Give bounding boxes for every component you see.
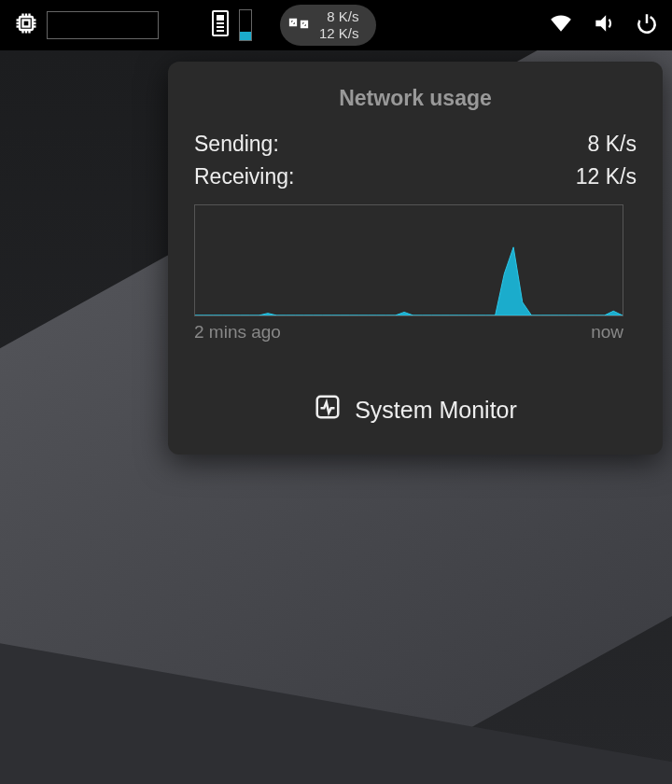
chart-time-labels: 2 mins ago now (194, 322, 623, 343)
network-usage-popup: Network usage Sending: 8 K/s Receiving: … (168, 62, 663, 455)
cpu-icon[interactable] (13, 10, 39, 40)
svg-rect-15 (217, 15, 224, 21)
receiving-value: 12 K/s (576, 164, 637, 189)
svg-rect-17 (217, 26, 224, 28)
memory-indicator[interactable] (209, 9, 252, 41)
cpu-usage-graph[interactable] (47, 11, 159, 39)
top-panel: 8 K/s 12 K/s (0, 0, 672, 50)
system-tray (549, 11, 659, 39)
power-icon[interactable] (635, 11, 659, 39)
net-recv-rate: 12 K/s (319, 25, 359, 42)
popup-title: Network usage (194, 86, 637, 111)
wifi-icon[interactable] (549, 11, 573, 39)
receiving-row: Receiving: 12 K/s (194, 164, 637, 189)
system-monitor-label: System Monitor (355, 397, 517, 424)
network-swap-icon (287, 12, 310, 38)
memory-bar (239, 9, 252, 41)
chart-time-start: 2 mins ago (194, 322, 281, 343)
network-chart (194, 204, 623, 316)
volume-icon[interactable] (592, 11, 616, 39)
svg-rect-1 (23, 21, 30, 27)
chart-time-end: now (591, 322, 623, 343)
memory-icon (209, 9, 231, 41)
sending-row: Sending: 8 K/s (194, 132, 637, 157)
memory-bar-fill (240, 32, 251, 40)
svg-rect-16 (217, 22, 224, 24)
network-pill[interactable]: 8 K/s 12 K/s (280, 5, 376, 46)
sending-label: Sending: (194, 132, 279, 157)
svg-rect-18 (217, 30, 224, 32)
net-send-rate: 8 K/s (319, 8, 359, 25)
activity-icon (314, 393, 342, 427)
svg-rect-0 (20, 17, 33, 30)
sending-value: 8 K/s (588, 132, 637, 157)
receiving-label: Receiving: (194, 164, 294, 189)
system-monitor-button[interactable]: System Monitor (194, 393, 637, 427)
network-rates: 8 K/s 12 K/s (319, 8, 359, 42)
